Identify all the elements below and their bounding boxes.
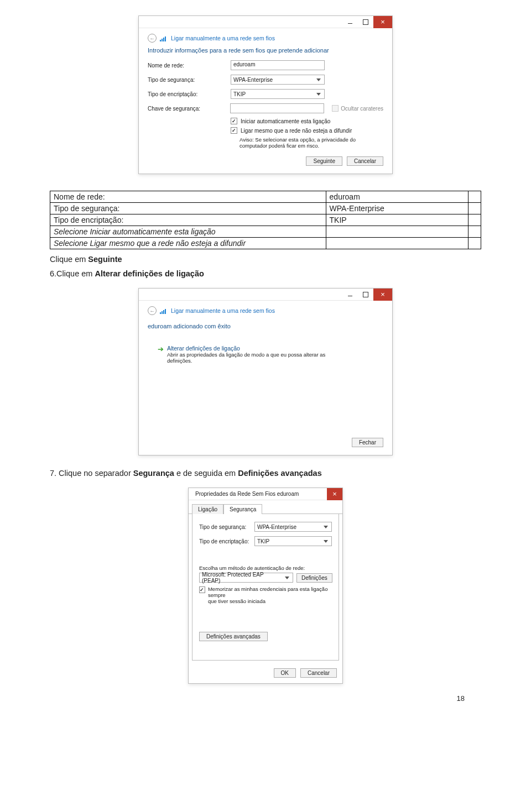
change-settings-link[interactable]: ➔ Alterar definições de ligação Abrir as…: [158, 345, 383, 364]
back-button[interactable]: [148, 34, 157, 43]
label-network-name: Nome de rede:: [148, 62, 231, 69]
page-number: 18: [457, 694, 465, 703]
label-security-type: Tipo de segurança:: [199, 524, 254, 530]
dialog-added-success: Ligar manualmente a uma rede sem fios ed…: [138, 288, 393, 455]
security-type-select[interactable]: WPA-Enterprise: [231, 75, 325, 85]
ok-button[interactable]: OK: [274, 668, 296, 678]
titlebar: Propriedades da Rede Sem Fios eduroam: [189, 488, 342, 500]
close-button[interactable]: [327, 488, 342, 500]
table-row: Nome de rede: eduroam: [50, 191, 481, 203]
wifi-icon: [160, 307, 166, 314]
minimize-button[interactable]: [342, 16, 358, 28]
minimize-button[interactable]: [342, 289, 358, 301]
link-description: definições.: [167, 358, 192, 364]
label-security-type: Tipo de segurança:: [148, 77, 231, 83]
close-button[interactable]: [373, 289, 392, 301]
connect-not-broadcasting-checkbox[interactable]: [231, 127, 237, 134]
cell-value: TKIP: [326, 214, 468, 226]
hide-characters-label: Ocultar carateres: [341, 106, 383, 112]
table-row: Selecione Iniciar automaticamente esta l…: [50, 226, 481, 238]
cell-label: Tipo de segurança:: [50, 203, 326, 214]
table-row: Tipo de encriptação: TKIP: [50, 214, 481, 226]
label-encryption-type: Tipo de encriptação:: [148, 91, 231, 97]
arrow-icon: ➔: [158, 345, 164, 353]
next-button[interactable]: Seguinte: [306, 156, 342, 166]
instruction-table: Nome de rede: eduroam Tipo de segurança:…: [50, 191, 481, 249]
close-dialog-button[interactable]: Fechar: [352, 438, 383, 447]
dialog-title: Propriedades da Rede Sem Fios eduroam: [193, 491, 327, 497]
cell-value: eduroam: [326, 191, 468, 203]
dialog-header: Ligar manualmente a uma rede sem fios: [171, 307, 275, 314]
encryption-type-select[interactable]: TKIP: [231, 89, 325, 99]
remember-credentials-checkbox[interactable]: [199, 586, 205, 593]
titlebar: [139, 289, 392, 301]
encryption-type-select[interactable]: TKIP: [254, 536, 332, 546]
link-title: Alterar definições de ligação: [167, 345, 325, 352]
cancel-button[interactable]: Cancelar: [347, 156, 383, 166]
dialog-header: Ligar manualmente a uma rede sem fios: [171, 35, 275, 41]
step-6-line: 6.Clique em Alterar definições de ligaçã…: [50, 269, 481, 278]
security-type-select[interactable]: WPA-Enterprise: [254, 522, 332, 532]
label-security-key: Chave de segurança:: [148, 106, 230, 112]
tab-connection[interactable]: Ligação: [192, 504, 223, 514]
wifi-icon: [160, 35, 166, 41]
cell-label: Nome de rede:: [50, 191, 326, 203]
advanced-settings-button[interactable]: Definições avançadas: [199, 632, 268, 641]
table-row: Tipo de segurança: WPA-Enterprise: [50, 203, 481, 214]
back-button[interactable]: [148, 306, 157, 315]
added-success-title: eduroam adicionado com êxito: [148, 323, 383, 329]
auth-method-label: Escolha um método de autenticação de red…: [199, 565, 332, 571]
cancel-button[interactable]: Cancelar: [300, 668, 337, 678]
cell-instruction: Selecione Iniciar automaticamente esta l…: [50, 226, 326, 238]
dialog-wireless-properties: Propriedades da Rede Sem Fios eduroam Li…: [188, 488, 343, 684]
label-encryption-type: Tipo de encriptação:: [199, 538, 254, 544]
auth-method-select[interactable]: Microsoft: Protected EAP (PEAP): [199, 573, 293, 583]
security-key-input[interactable]: [230, 103, 324, 113]
warning-text: Aviso: Se selecionar esta opção, a priva…: [240, 137, 383, 149]
settings-button[interactable]: Definições: [296, 573, 332, 583]
connect-not-broadcasting-label: Ligar mesmo que a rede não esteja a difu…: [241, 128, 352, 134]
step-7-line: 7. Clique no separador Segurança e de se…: [50, 469, 481, 478]
cell-value: WPA-Enterprise: [326, 203, 468, 214]
remember-credentials-label: Memorizar as minhas credenciais para est…: [208, 586, 328, 598]
cell-instruction: Selecione Ligar mesmo que a rede não est…: [50, 238, 326, 249]
instruction-line: Clique em Seguinte: [50, 255, 481, 264]
close-button[interactable]: [373, 16, 392, 28]
maximize-button[interactable]: [358, 16, 373, 28]
dialog-subtitle: Introduzir informações para a rede sem f…: [148, 47, 383, 54]
auto-connect-checkbox[interactable]: [231, 118, 237, 124]
maximize-button[interactable]: [358, 289, 373, 301]
auto-connect-label: Iniciar automaticamente esta ligação: [241, 118, 330, 124]
network-name-input[interactable]: eduroam: [231, 60, 325, 70]
hide-characters-checkbox: [332, 105, 339, 112]
remember-credentials-label: que tiver sessão iniciada: [208, 598, 266, 604]
dialog-add-network: Ligar manualmente a uma rede sem fios In…: [138, 15, 393, 174]
table-row: Selecione Ligar mesmo que a rede não est…: [50, 238, 481, 249]
tab-security[interactable]: Segurança: [223, 504, 262, 514]
link-description: Abrir as propriedades da ligação de modo…: [167, 352, 325, 358]
cell-label: Tipo de encriptação:: [50, 214, 326, 226]
cell-empty: [468, 191, 481, 203]
titlebar: [139, 16, 392, 28]
